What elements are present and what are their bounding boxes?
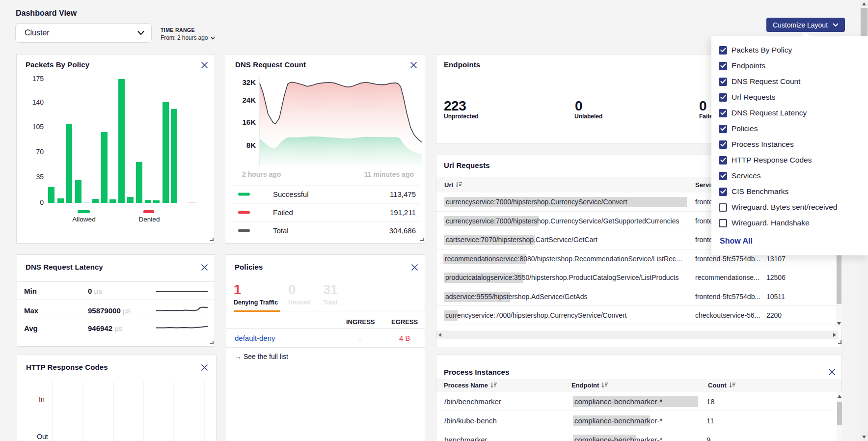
svg-text:Denied: Denied (139, 216, 160, 223)
svg-text:Allowed: Allowed (72, 216, 95, 223)
svg-text:0: 0 (40, 198, 44, 206)
svg-text:Total: Total (273, 226, 289, 235)
svg-text:35: 35 (36, 173, 44, 181)
svg-text:8K: 8K (246, 141, 256, 149)
svg-text:Successful: Successful (273, 190, 309, 198)
svg-text:191,211: 191,211 (390, 208, 416, 217)
svg-text:140: 140 (32, 98, 44, 106)
svg-text:175: 175 (32, 75, 44, 83)
svg-text:304,686: 304,686 (389, 226, 416, 235)
svg-text:24K: 24K (242, 96, 256, 104)
svg-text:113,475: 113,475 (390, 190, 416, 198)
svg-text:2 hours ago: 2 hours ago (242, 170, 281, 178)
svg-text:70: 70 (36, 148, 44, 156)
svg-text:16K: 16K (242, 118, 256, 126)
svg-text:Failed: Failed (273, 208, 293, 217)
svg-text:11 minutes ago: 11 minutes ago (364, 170, 414, 178)
svg-text:105: 105 (32, 123, 44, 131)
svg-text:32K: 32K (242, 78, 256, 86)
